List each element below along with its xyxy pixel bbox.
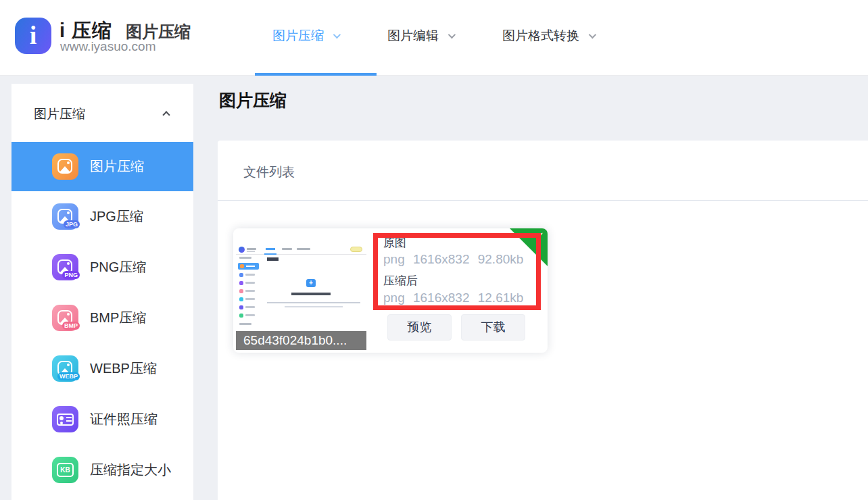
original-label: 原图 bbox=[383, 235, 406, 251]
thumb-detail bbox=[239, 305, 243, 309]
sidebar: 图片压缩 图片压缩 JPG JPG压缩 PNG PNG压缩 bbox=[11, 84, 193, 500]
thumb-detail: + bbox=[262, 255, 366, 331]
sidebar-item-label: JPG压缩 bbox=[90, 207, 143, 226]
thumb-detail bbox=[239, 273, 243, 277]
thumb-detail bbox=[247, 251, 255, 252]
app-root: i i 压缩 图片压缩 www.iyasuo.com 图片压缩 图片编辑 图片格… bbox=[0, 0, 868, 500]
sidebar-item-png-compress[interactable]: PNG PNG压缩 bbox=[11, 242, 193, 293]
bmp-compress-icon: BMP bbox=[52, 305, 78, 331]
preview-button[interactable]: 预览 bbox=[387, 314, 452, 341]
file-thumbnail[interactable]: + 65d43f024b1b0.... bbox=[236, 245, 366, 350]
check-icon: ✓ bbox=[535, 230, 544, 242]
thumb-detail bbox=[350, 247, 362, 252]
format-badge: JPG bbox=[64, 220, 80, 228]
main-nav: 图片压缩 图片编辑 图片格式转换 bbox=[272, 27, 643, 45]
sidebar-item-label: WEBP压缩 bbox=[90, 359, 157, 378]
thumb-upload-plus: + bbox=[306, 279, 316, 287]
chevron-up-icon bbox=[162, 111, 170, 118]
webp-compress-icon: WEBP bbox=[52, 355, 78, 382]
thumb-detail bbox=[239, 247, 245, 253]
panel-divider bbox=[218, 200, 868, 201]
kb-size-compress-icon: KB bbox=[52, 457, 78, 483]
chevron-down-icon bbox=[448, 31, 456, 39]
sidebar-item-id-photo-compress[interactable]: 证件照压缩 bbox=[11, 394, 193, 445]
file-list-panel: 文件列表 ✓ bbox=[218, 141, 868, 500]
thumb-detail bbox=[291, 293, 331, 295]
id-photo-compress-icon bbox=[52, 406, 78, 432]
image-compress-icon bbox=[52, 153, 78, 180]
brand-logo-icon[interactable]: i bbox=[15, 18, 51, 54]
sidebar-item-label: 证件照压缩 bbox=[90, 410, 158, 428]
thumb-detail bbox=[236, 255, 262, 331]
nav-item-label: 图片格式转换 bbox=[502, 27, 579, 45]
page-title: 图片压缩 bbox=[219, 89, 287, 111]
thumb-detail bbox=[247, 248, 256, 250]
panel-title: 文件列表 bbox=[243, 164, 295, 181]
kb-glyph: KB bbox=[57, 463, 74, 477]
id-card-glyph bbox=[57, 414, 74, 426]
thumb-detail bbox=[239, 323, 251, 325]
sidebar-item-label: 图片压缩 bbox=[90, 157, 144, 176]
format-badge: BMP bbox=[62, 322, 80, 330]
thumb-detail bbox=[239, 314, 243, 318]
format-badge: WEBP bbox=[57, 372, 80, 380]
sidebar-item-label: 压缩指定大小 bbox=[90, 461, 171, 479]
original-info: png 1616x832 92.80kb bbox=[383, 252, 523, 267]
sidebar-item-label: PNG压缩 bbox=[90, 258, 146, 276]
thumb-detail bbox=[285, 306, 343, 307]
thumb-detail bbox=[246, 266, 255, 267]
thumb-detail bbox=[267, 257, 279, 261]
thumb-detail bbox=[297, 248, 310, 250]
nav-item-format-convert[interactable]: 图片格式转换 bbox=[502, 27, 594, 45]
chevron-down-icon bbox=[589, 31, 596, 39]
thumb-detail bbox=[266, 248, 275, 250]
sidebar-item-compress-to-size[interactable]: KB 压缩指定大小 bbox=[11, 445, 193, 495]
thumb-detail bbox=[267, 302, 360, 303]
chevron-down-icon bbox=[333, 31, 341, 39]
nav-item-image-edit[interactable]: 图片编辑 bbox=[387, 27, 454, 45]
sidebar-item-bmp-compress[interactable]: BMP BMP压缩 bbox=[11, 293, 193, 343]
thumb-detail bbox=[239, 257, 251, 259]
sidebar-item-jpg-compress[interactable]: JPG JPG压缩 bbox=[11, 191, 193, 242]
thumb-detail bbox=[240, 264, 244, 268]
thumb-detail bbox=[282, 248, 292, 250]
sidebar-item-webp-compress[interactable]: WEBP WEBP压缩 bbox=[11, 343, 193, 394]
thumb-detail bbox=[245, 314, 255, 316]
sidebar-group-label: 图片压缩 bbox=[34, 105, 85, 123]
file-actions: 预览 下载 bbox=[387, 314, 525, 341]
top-header: i i 压缩 图片压缩 www.iyasuo.com 图片压缩 图片编辑 图片格… bbox=[0, 0, 868, 76]
nav-item-label: 图片编辑 bbox=[387, 27, 439, 45]
thumb-detail bbox=[245, 290, 255, 292]
thumbnail-mini-screenshot: + bbox=[236, 245, 366, 331]
thumb-detail bbox=[245, 306, 255, 308]
sidebar-item-label: BMP压缩 bbox=[90, 309, 146, 327]
compressed-label: 压缩后 bbox=[383, 273, 418, 289]
brand-url: www.iyasuo.com bbox=[60, 39, 156, 54]
picture-glyph bbox=[57, 159, 72, 174]
thumb-detail bbox=[239, 281, 243, 285]
nav-item-image-compress[interactable]: 图片压缩 bbox=[272, 27, 339, 45]
thumb-detail bbox=[245, 282, 255, 284]
nav-item-label: 图片压缩 bbox=[272, 27, 324, 45]
file-card: ✓ bbox=[233, 228, 548, 353]
thumb-detail bbox=[239, 297, 243, 301]
compressed-info: png 1616x832 12.61kb bbox=[383, 291, 523, 305]
thumb-detail bbox=[238, 263, 259, 270]
format-badge: PNG bbox=[62, 271, 80, 279]
active-nav-underline bbox=[255, 73, 377, 76]
thumb-detail bbox=[245, 298, 255, 300]
sidebar-group-image-compress[interactable]: 图片压缩 bbox=[11, 84, 193, 142]
jpg-compress-icon: JPG bbox=[52, 203, 78, 230]
png-compress-icon: PNG bbox=[52, 254, 78, 280]
download-button[interactable]: 下载 bbox=[461, 314, 525, 341]
thumb-detail bbox=[239, 289, 243, 293]
thumb-detail bbox=[245, 274, 255, 276]
file-name-label: 65d43f024b1b0.... bbox=[236, 331, 366, 350]
sidebar-item-image-compress[interactable]: 图片压缩 bbox=[11, 142, 193, 191]
